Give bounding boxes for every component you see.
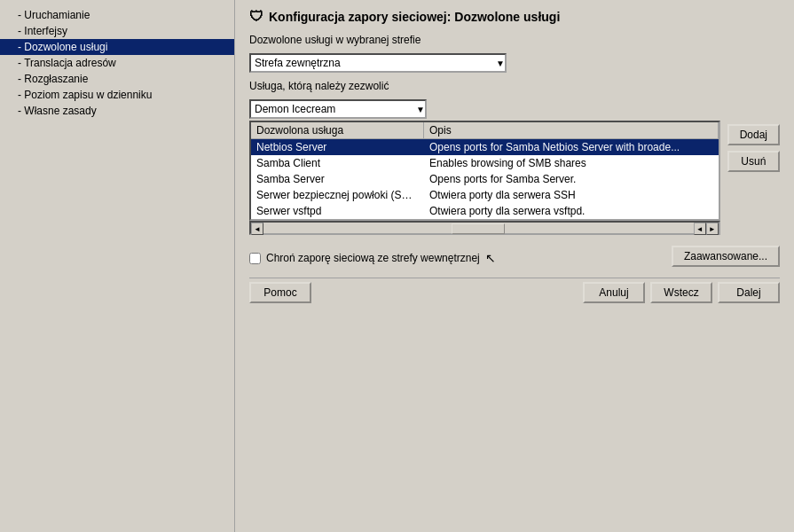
- main-content: 🛡 Konfiguracja zapory sieciowej: Dozwolo…: [235, 0, 794, 532]
- service-row-area: Demon Icecream Samba Client Samba Server…: [249, 99, 780, 235]
- sidebar-item-uruchamianie[interactable]: Uruchamianie: [0, 7, 234, 23]
- firewall-icon: 🛡: [249, 9, 263, 25]
- scroll-left-btn[interactable]: ◄: [251, 223, 263, 235]
- table-cell-service: Samba Client: [251, 155, 424, 171]
- dalej-button[interactable]: Dalej: [718, 282, 780, 303]
- service-label: Usługa, którą należy zezwolić: [249, 80, 780, 92]
- checkbox-advanced-row: Chroń zaporę sieciową ze strefy wewnętrz…: [249, 246, 780, 267]
- cursor-indicator: ↖: [485, 251, 496, 265]
- table-row[interactable]: Samba Server Opens ports for Samba Serve…: [251, 171, 719, 187]
- sidebar-item-dozwolone-uslugi[interactable]: Dozwolone usługi: [0, 39, 234, 55]
- bottom-bar: Pomoc Anuluj Wstecz Dalej: [249, 278, 780, 305]
- pomoc-button[interactable]: Pomoc: [249, 282, 311, 303]
- service-select[interactable]: Demon Icecream Samba Client Samba Server…: [249, 99, 427, 119]
- sidebar-item-translacja[interactable]: Translacja adresów: [0, 55, 234, 71]
- anuluj-button[interactable]: Anuluj: [583, 282, 645, 303]
- table-cell-desc: Otwiera porty dla serwera vsftpd.: [424, 203, 719, 219]
- table-cell-service: Netbios Server: [251, 139, 424, 155]
- table-cell-desc: Otwiera porty dla serwera SSH: [424, 187, 719, 203]
- table-row[interactable]: Samba Client Enables browsing of SMB sha…: [251, 155, 719, 171]
- table-cell-desc: Opens ports for Samba Server.: [424, 171, 719, 187]
- table-row[interactable]: Serwer vsftpd Otwiera porty dla serwera …: [251, 203, 719, 219]
- checkbox-row: Chroń zaporę sieciową ze strefy wewnętrz…: [249, 251, 496, 265]
- service-table: Dozwolona usługa Opis Netbios Server Ope…: [249, 121, 720, 221]
- table-cell-desc: Opens ports for Samba Netbios Server wit…: [424, 139, 719, 155]
- table-area: Demon Icecream Samba Client Samba Server…: [249, 99, 720, 235]
- dodaj-button[interactable]: Dodaj: [727, 124, 780, 145]
- sidebar-item-interfejsy[interactable]: Interfejsy: [0, 23, 234, 39]
- zone-select[interactable]: Strefa zewnętrzna Strefa wewnętrzna Stre…: [249, 53, 507, 73]
- header-desc: Opis: [424, 122, 719, 138]
- service-select-wrapper[interactable]: Demon Icecream Samba Client Samba Server…: [249, 99, 427, 119]
- table-body: Netbios Server Opens ports for Samba Net…: [251, 139, 719, 219]
- action-buttons: Dodaj Usuń: [727, 124, 780, 172]
- sidebar-item-rozglaszanie[interactable]: Rozgłaszanie: [0, 71, 234, 87]
- zone-label: Dozwolone usługi w wybranej strefie: [249, 34, 780, 46]
- usun-button[interactable]: Usuń: [727, 151, 780, 172]
- scroll-track: [263, 223, 694, 233]
- sidebar: Uruchamianie Interfejsy Dozwolone usługi…: [0, 0, 235, 532]
- table-row[interactable]: Netbios Server Opens ports for Samba Net…: [251, 139, 719, 155]
- bottom-left: Pomoc: [249, 282, 311, 303]
- table-cell-service: Samba Server: [251, 171, 424, 187]
- advanced-button[interactable]: Zaawansowane...: [672, 246, 780, 267]
- bottom-right: Anuluj Wstecz Dalej: [583, 282, 780, 303]
- service-dropdown-row: Demon Icecream Samba Client Samba Server…: [249, 99, 720, 119]
- table-row[interactable]: Serwer bezpiecznej powłoki (SSH) Otwiera…: [251, 187, 719, 203]
- zone-dropdown-row: Strefa zewnętrzna Strefa wewnętrzna Stre…: [249, 53, 780, 73]
- scroll-right-btn-1[interactable]: ◄: [694, 223, 706, 235]
- scroll-thumb[interactable]: [452, 223, 505, 234]
- table-cell-service: Serwer vsftpd: [251, 203, 424, 219]
- checkbox-label: Chroń zaporę sieciową ze strefy wewnętrz…: [266, 252, 480, 264]
- scrollbar[interactable]: ◄ ◄ ►: [249, 221, 720, 235]
- sidebar-item-poziom-zapisu[interactable]: Poziom zapisu w dzienniku: [0, 87, 234, 103]
- page-title: 🛡 Konfiguracja zapory sieciowej: Dozwolo…: [249, 9, 780, 25]
- protect-checkbox[interactable]: [249, 253, 261, 264]
- table-cell-service: Serwer bezpiecznej powłoki (SSH): [251, 187, 424, 203]
- scroll-right-btn-2[interactable]: ►: [706, 223, 719, 235]
- sidebar-item-wlasne-zasady[interactable]: Własne zasady: [0, 103, 234, 119]
- zone-select-wrapper[interactable]: Strefa zewnętrzna Strefa wewnętrzna Stre…: [249, 53, 507, 73]
- wstecz-button[interactable]: Wstecz: [650, 282, 712, 303]
- table-header: Dozwolona usługa Opis: [251, 122, 719, 139]
- header-service: Dozwolona usługa: [251, 122, 424, 138]
- table-cell-desc: Enables browsing of SMB shares: [424, 155, 719, 171]
